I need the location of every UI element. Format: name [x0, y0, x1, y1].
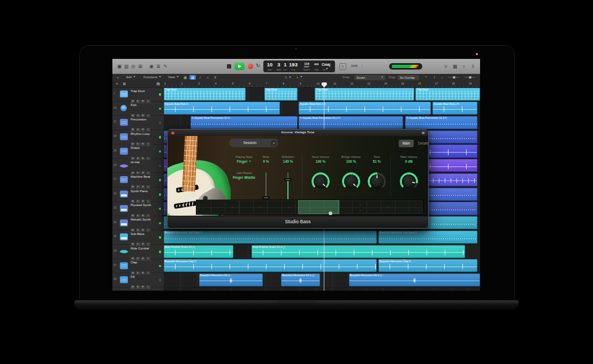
tab-details[interactable]: Details: [415, 140, 428, 147]
vertical-zoom-slider[interactable]: [448, 77, 459, 78]
region[interactable]: Beautiful Memories Sub Bass ↻: [164, 231, 377, 244]
link-icon[interactable]: ▣: [422, 131, 425, 135]
menu-functions[interactable]: Functions: [143, 75, 161, 79]
track-on-indicator[interactable]: [159, 208, 162, 210]
track-on-indicator[interactable]: [159, 222, 162, 225]
fretboard-display[interactable]: [196, 200, 423, 215]
text-tool-icon[interactable]: I: [431, 75, 438, 80]
note-pads-icon[interactable]: ▦: [451, 63, 459, 70]
track-on-indicator[interactable]: [159, 251, 162, 253]
track-display-button[interactable]: ▤: [155, 81, 161, 87]
ruler-bar-number[interactable]: 10: [316, 82, 320, 85]
track-header-row[interactable]: 27PercussionMSRI: [112, 116, 163, 130]
ruler-bar-number[interactable]: 3: [198, 82, 200, 85]
snap-select[interactable]: Smart: [354, 75, 385, 80]
share-icon[interactable]: ⇧: [469, 63, 477, 70]
track-on-indicator[interactable]: [159, 193, 162, 196]
region[interactable]: Beautiful Memories Fill ⓘ: [199, 274, 263, 286]
ruler-bar-number[interactable]: 11: [333, 82, 336, 85]
back-icon[interactable]: ↩: [117, 75, 119, 79]
track-on-indicator[interactable]: [159, 136, 162, 139]
slider-handle[interactable]: [453, 76, 455, 79]
track-on-indicator[interactable]: [159, 265, 162, 268]
ruler-bar-number[interactable]: 18: [452, 82, 455, 85]
guides-icon[interactable]: *: [423, 75, 429, 80]
knob-control[interactable]: [400, 172, 418, 191]
track-on-indicator[interactable]: [159, 93, 162, 96]
track-header-row[interactable]: 26KickMSRI: [112, 102, 163, 116]
fret-position-marker[interactable]: [329, 211, 332, 215]
add-track-button[interactable]: +: [114, 81, 120, 87]
fret-range-highlight[interactable]: [298, 200, 339, 214]
secondary-tool-button[interactable]: +: [296, 75, 302, 79]
ruler-bar-number[interactable]: 2: [181, 82, 183, 85]
track-header-row[interactable]: 30Hi-HatMSRI: [112, 159, 163, 173]
ruler-bar-number[interactable]: 9: [300, 82, 301, 85]
mixer-icon[interactable]: ≣: [155, 63, 162, 70]
track-header-row[interactable]: 1Trap DoorMSRI: [112, 87, 163, 102]
region[interactable]: Beautiful Memories Clap ↻: [164, 259, 377, 272]
track-header-row[interactable]: 29SnapsMSRI: [112, 145, 163, 159]
region[interactable]: Trap Door: [315, 88, 414, 101]
list-editors-icon[interactable]: ≡: [442, 63, 450, 70]
track-header-row[interactable]: 38FillMSRI: [112, 273, 163, 287]
ruler-bar-number[interactable]: 13: [367, 82, 370, 85]
track-header-row[interactable]: 36Ride CymbalMSRI: [112, 245, 163, 259]
region[interactable]: Beautiful Memories Clap ↻: [378, 259, 477, 272]
track-header-row[interactable]: 35Sub BassMSRI: [112, 230, 163, 245]
region[interactable]: Beat Prophet Snare 01 ⓘ: [164, 245, 233, 258]
ruler-bar-number[interactable]: 8: [283, 82, 284, 85]
preset-selector[interactable]: Session ≡: [229, 139, 278, 147]
ruler-bar-number[interactable]: 6: [249, 82, 250, 85]
ruler-bar-number[interactable]: 16: [418, 82, 421, 85]
region[interactable]: Beautiful Memories Fill.2 ⓘ: [349, 274, 480, 286]
menu-edit[interactable]: Edit: [126, 75, 135, 79]
region[interactable]: Aquatic Beat Kick.1 ↻: [299, 102, 431, 115]
ruler-bar-number[interactable]: 4: [215, 82, 217, 85]
slider-definition[interactable]: Definition149 %: [269, 155, 307, 163]
view-mode-icon-1[interactable]: ▤: [189, 75, 196, 80]
cycle-button[interactable]: ↻: [256, 63, 260, 69]
slider-handle[interactable]: [284, 178, 292, 181]
ruler-bar-number[interactable]: 19: [469, 82, 472, 85]
toolbar-icon[interactable]: ⊞: [136, 63, 144, 70]
track-on-indicator[interactable]: [159, 150, 162, 153]
view-mode-icon-2[interactable]: /: [197, 75, 203, 80]
region[interactable]: ↻ Aquatic Beat Percussion 01.2 ↻: [405, 116, 477, 129]
apple-loops-icon[interactable]: ♪: [361, 63, 363, 68]
region[interactable]: ↻ Aquatic Beat Percussion 01.1 ↻: [299, 116, 403, 129]
tab-main[interactable]: Main: [399, 140, 414, 147]
auto-zoom-icon[interactable]: ⇔: [439, 75, 445, 80]
region[interactable]: Trap Door: [415, 88, 480, 101]
stop-button[interactable]: [227, 64, 231, 69]
duplicate-track-button[interactable]: ⊞: [121, 81, 127, 87]
region[interactable]: Beautiful Memories Fill.1 ⓘ: [281, 274, 320, 286]
region[interactable]: Aquatic Beat Kick.2 ↻: [432, 102, 477, 115]
slider-handle[interactable]: [469, 76, 472, 79]
track-header-row[interactable]: 28Rhythm LoopMSRI: [112, 130, 163, 145]
track-on-indicator[interactable]: [159, 279, 162, 282]
ruler-bar-number[interactable]: 15: [401, 82, 404, 85]
ruler-bar-number[interactable]: 1: [164, 82, 166, 85]
drag-select[interactable]: No Overlap: [398, 75, 419, 80]
view-mode-icon-0[interactable]: ▦: [182, 75, 188, 80]
region[interactable]: Trap Door: [264, 88, 298, 101]
ruler-bar-number[interactable]: 5: [232, 82, 233, 85]
ruler-bar-number[interactable]: 7: [266, 82, 268, 85]
mute-button[interactable]: M: [131, 285, 135, 289]
region[interactable]: Beautiful Memories Sub Bass ↻: [378, 231, 477, 244]
ruler-bar-number[interactable]: 14: [384, 82, 387, 85]
menu-view[interactable]: View: [168, 75, 179, 79]
track-on-indicator[interactable]: [159, 108, 162, 110]
loop-browser-icon[interactable]: ○: [460, 63, 468, 70]
slider-handle[interactable]: [262, 196, 270, 199]
record-button[interactable]: [248, 64, 253, 69]
preset-menu-icon[interactable]: ≡: [271, 140, 277, 146]
track-header-row[interactable]: 31Machine BeatMSRI: [112, 173, 163, 187]
slider-track[interactable]: [265, 172, 267, 199]
view-mode-icon-3[interactable]: ≈: [204, 75, 211, 80]
play-button[interactable]: [234, 63, 245, 70]
ruler-bar-number[interactable]: 12: [351, 82, 354, 85]
inspector-icon[interactable]: ▥: [123, 63, 130, 70]
view-mode-icon-4[interactable]: #: [212, 75, 218, 80]
